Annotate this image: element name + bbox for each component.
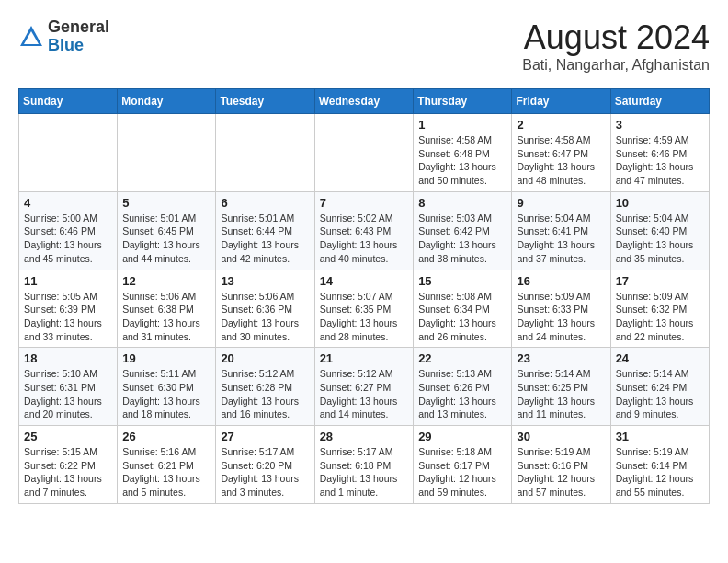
calendar-cell [19,114,118,192]
day-number: 13 [221,274,309,288]
calendar-cell: 8Sunrise: 5:03 AM Sunset: 6:42 PM Daylig… [414,191,512,270]
header-day: Saturday [610,89,709,114]
header-day: Thursday [414,89,512,114]
day-detail: Sunrise: 5:19 AM Sunset: 6:16 PM Dayligh… [517,445,605,500]
day-number: 22 [418,351,506,365]
header-day: Wednesday [314,89,414,114]
day-detail: Sunrise: 5:08 AM Sunset: 6:34 PM Dayligh… [418,290,506,344]
day-number: 29 [418,430,506,443]
day-detail: Sunrise: 5:02 AM Sunset: 6:43 PM Dayligh… [320,212,409,266]
day-detail: Sunrise: 5:12 AM Sunset: 6:28 PM Dayligh… [221,367,309,421]
day-number: 28 [320,430,409,443]
calendar-cell [118,114,216,192]
day-detail: Sunrise: 5:10 AM Sunset: 6:31 PM Dayligh… [24,367,112,421]
day-detail: Sunrise: 4:58 AM Sunset: 6:48 PM Dayligh… [418,133,506,188]
calendar-cell: 30Sunrise: 5:19 AM Sunset: 6:16 PM Dayli… [512,426,610,504]
calendar-cell: 29Sunrise: 5:18 AM Sunset: 6:17 PM Dayli… [414,426,512,504]
calendar-body: 1Sunrise: 4:58 AM Sunset: 6:48 PM Daylig… [19,114,710,504]
day-detail: Sunrise: 5:04 AM Sunset: 6:41 PM Dayligh… [517,212,605,266]
day-number: 26 [122,430,210,443]
calendar-cell: 11Sunrise: 5:05 AM Sunset: 6:39 PM Dayli… [19,270,118,348]
day-detail: Sunrise: 5:16 AM Sunset: 6:21 PM Dayligh… [122,445,210,500]
calendar-cell: 14Sunrise: 5:07 AM Sunset: 6:35 PM Dayli… [314,270,414,348]
calendar-week-row: 18Sunrise: 5:10 AM Sunset: 6:31 PM Dayli… [19,348,710,426]
calendar-cell: 15Sunrise: 5:08 AM Sunset: 6:34 PM Dayli… [414,270,512,348]
page-title: August 2024 [522,18,710,57]
day-detail: Sunrise: 5:06 AM Sunset: 6:38 PM Dayligh… [122,290,210,344]
day-detail: Sunrise: 5:09 AM Sunset: 6:32 PM Dayligh… [616,290,704,344]
day-number: 9 [517,196,605,210]
calendar-cell: 3Sunrise: 4:59 AM Sunset: 6:46 PM Daylig… [610,114,709,192]
day-detail: Sunrise: 5:17 AM Sunset: 6:18 PM Dayligh… [320,445,409,500]
calendar-cell: 6Sunrise: 5:01 AM Sunset: 6:44 PM Daylig… [216,191,314,270]
calendar-cell: 24Sunrise: 5:14 AM Sunset: 6:24 PM Dayli… [610,348,709,426]
calendar-cell: 27Sunrise: 5:17 AM Sunset: 6:20 PM Dayli… [216,426,314,504]
calendar-cell [216,114,314,192]
day-number: 23 [517,351,605,365]
day-detail: Sunrise: 5:12 AM Sunset: 6:27 PM Dayligh… [320,367,409,421]
calendar-cell: 28Sunrise: 5:17 AM Sunset: 6:18 PM Dayli… [314,426,414,504]
calendar-cell: 25Sunrise: 5:15 AM Sunset: 6:22 PM Dayli… [19,426,118,504]
calendar-cell [314,114,414,192]
day-detail: Sunrise: 5:01 AM Sunset: 6:45 PM Dayligh… [122,212,210,266]
day-number: 1 [418,118,506,132]
header-day: Tuesday [216,89,314,114]
header-row: SundayMondayTuesdayWednesdayThursdayFrid… [19,89,710,114]
day-number: 19 [122,351,210,365]
logo-blue-text: Blue [48,36,84,54]
calendar-cell: 17Sunrise: 5:09 AM Sunset: 6:32 PM Dayli… [610,270,709,348]
day-number: 20 [221,351,309,365]
day-detail: Sunrise: 4:58 AM Sunset: 6:47 PM Dayligh… [517,133,605,188]
header-day: Sunday [19,89,118,114]
day-detail: Sunrise: 4:59 AM Sunset: 6:46 PM Dayligh… [616,133,704,188]
day-number: 30 [517,430,605,443]
day-detail: Sunrise: 5:15 AM Sunset: 6:22 PM Dayligh… [24,445,112,500]
page-header: General Blue August 2024 Bati, Nangarhar… [18,18,710,74]
calendar-cell: 21Sunrise: 5:12 AM Sunset: 6:27 PM Dayli… [314,348,414,426]
calendar-cell: 22Sunrise: 5:13 AM Sunset: 6:26 PM Dayli… [414,348,512,426]
day-detail: Sunrise: 5:13 AM Sunset: 6:26 PM Dayligh… [418,367,506,421]
day-number: 14 [320,274,409,288]
day-number: 12 [122,274,210,288]
calendar-cell: 7Sunrise: 5:02 AM Sunset: 6:43 PM Daylig… [314,191,414,270]
day-detail: Sunrise: 5:09 AM Sunset: 6:33 PM Dayligh… [517,290,605,344]
day-detail: Sunrise: 5:06 AM Sunset: 6:36 PM Dayligh… [221,290,309,344]
day-detail: Sunrise: 5:00 AM Sunset: 6:46 PM Dayligh… [24,212,112,266]
day-number: 18 [24,351,112,365]
calendar-cell: 16Sunrise: 5:09 AM Sunset: 6:33 PM Dayli… [512,270,610,348]
day-number: 21 [320,351,409,365]
day-number: 25 [24,430,112,443]
calendar-cell: 10Sunrise: 5:04 AM Sunset: 6:40 PM Dayli… [610,191,709,270]
header-day: Monday [118,89,216,114]
calendar-week-row: 11Sunrise: 5:05 AM Sunset: 6:39 PM Dayli… [19,270,710,348]
calendar-cell: 9Sunrise: 5:04 AM Sunset: 6:41 PM Daylig… [512,191,610,270]
day-detail: Sunrise: 5:03 AM Sunset: 6:42 PM Dayligh… [418,212,506,266]
day-detail: Sunrise: 5:14 AM Sunset: 6:24 PM Dayligh… [616,367,704,421]
day-detail: Sunrise: 5:04 AM Sunset: 6:40 PM Dayligh… [616,212,704,266]
day-number: 15 [418,274,506,288]
day-detail: Sunrise: 5:05 AM Sunset: 6:39 PM Dayligh… [24,290,112,344]
calendar-cell: 20Sunrise: 5:12 AM Sunset: 6:28 PM Dayli… [216,348,314,426]
day-detail: Sunrise: 5:01 AM Sunset: 6:44 PM Dayligh… [221,212,309,266]
day-number: 16 [517,274,605,288]
calendar-cell: 19Sunrise: 5:11 AM Sunset: 6:30 PM Dayli… [118,348,216,426]
calendar-week-row: 4Sunrise: 5:00 AM Sunset: 6:46 PM Daylig… [19,191,710,270]
day-number: 7 [320,196,409,210]
calendar-week-row: 25Sunrise: 5:15 AM Sunset: 6:22 PM Dayli… [19,426,710,504]
day-detail: Sunrise: 5:17 AM Sunset: 6:20 PM Dayligh… [221,445,309,500]
day-detail: Sunrise: 5:14 AM Sunset: 6:25 PM Dayligh… [517,367,605,421]
day-number: 5 [122,196,210,210]
calendar-cell: 23Sunrise: 5:14 AM Sunset: 6:25 PM Dayli… [512,348,610,426]
title-block: August 2024 Bati, Nangarhar, Afghanistan [522,18,710,74]
day-number: 17 [616,274,704,288]
logo: General Blue [18,18,109,55]
day-number: 3 [616,118,704,132]
day-detail: Sunrise: 5:07 AM Sunset: 6:35 PM Dayligh… [320,290,409,344]
calendar-week-row: 1Sunrise: 4:58 AM Sunset: 6:48 PM Daylig… [19,114,710,192]
calendar-cell: 1Sunrise: 4:58 AM Sunset: 6:48 PM Daylig… [414,114,512,192]
day-number: 31 [616,430,704,443]
calendar-header: SundayMondayTuesdayWednesdayThursdayFrid… [19,89,710,114]
header-day: Friday [512,89,610,114]
calendar-cell: 31Sunrise: 5:19 AM Sunset: 6:14 PM Dayli… [610,426,709,504]
day-number: 10 [616,196,704,210]
